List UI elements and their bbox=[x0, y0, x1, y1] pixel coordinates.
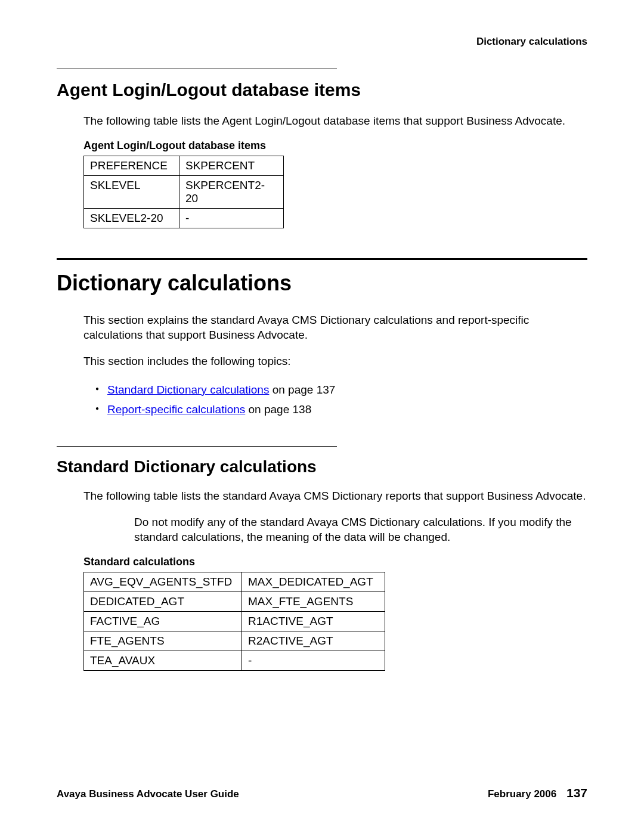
section-divider bbox=[57, 69, 337, 69]
standard-calculations-table: AVG_EQV_AGENTS_STFD MAX_DEDICATED_AGT DE… bbox=[83, 572, 385, 671]
table-cell: MAX_DEDICATED_AGT bbox=[242, 572, 385, 592]
link-suffix: on page 138 bbox=[245, 403, 311, 416]
table-cell: SKLEVEL bbox=[84, 175, 179, 208]
table-row: TEA_AVAUX - bbox=[84, 651, 385, 670]
footer-doc-title: Avaya Business Advocate User Guide bbox=[57, 788, 239, 800]
table-row: SKLEVEL SKPERCENT2-20 bbox=[84, 175, 284, 208]
table-cell: DEDICATED_AGT bbox=[84, 592, 242, 611]
table-cell: TEA_AVAUX bbox=[84, 651, 242, 670]
table-row: DEDICATED_AGT MAX_FTE_AGENTS bbox=[84, 592, 385, 611]
section-divider bbox=[57, 446, 337, 447]
link-suffix: on page 137 bbox=[269, 383, 335, 396]
table-cell: FTE_AGENTS bbox=[84, 631, 242, 651]
header-section-label: Dictionary calculations bbox=[57, 36, 587, 48]
table-row: AVG_EQV_AGENTS_STFD MAX_DEDICATED_AGT bbox=[84, 572, 385, 592]
section-intro: The following table lists the standard A… bbox=[83, 488, 587, 504]
section-heading: Agent Login/Logout database items bbox=[57, 80, 587, 100]
table-cell: SKPERCENT bbox=[179, 156, 284, 175]
link-report-specific[interactable]: Report-specific calculations bbox=[107, 403, 245, 416]
page-number: 137 bbox=[566, 786, 587, 800]
footer-date: February 2006 bbox=[488, 788, 556, 800]
table-cell: FACTIVE_AG bbox=[84, 611, 242, 631]
table-cell: R2ACTIVE_AGT bbox=[242, 631, 385, 651]
main-heading: Dictionary calculations bbox=[57, 271, 587, 296]
link-standard-dictionary[interactable]: Standard Dictionary calculations bbox=[107, 383, 269, 396]
section-intro: The following table lists the Agent Logi… bbox=[83, 113, 587, 129]
table-cell: AVG_EQV_AGENTS_STFD bbox=[84, 572, 242, 592]
table-row: FACTIVE_AG R1ACTIVE_AGT bbox=[84, 611, 385, 631]
table-cell: - bbox=[179, 208, 284, 228]
table-cell: - bbox=[242, 651, 385, 670]
topic-list: Standard Dictionary calculations on page… bbox=[95, 380, 587, 420]
section-intro: This section explains the standard Avaya… bbox=[83, 312, 587, 343]
table-cell: PREFERENCE bbox=[84, 156, 179, 175]
section-standard-dictionary: Standard Dictionary calculations The fol… bbox=[57, 446, 587, 671]
agent-login-logout-table: PREFERENCE SKPERCENT SKLEVEL SKPERCENT2-… bbox=[83, 156, 284, 228]
section-agent-login-logout: Agent Login/Logout database items The fo… bbox=[57, 69, 587, 228]
major-divider bbox=[57, 258, 587, 260]
table-title: Agent Login/Logout database items bbox=[83, 140, 587, 152]
footer: Avaya Business Advocate User Guide Febru… bbox=[57, 786, 587, 800]
section-note: Do not modify any of the standard Avaya … bbox=[134, 515, 587, 545]
table-container: Standard calculations AVG_EQV_AGENTS_STF… bbox=[83, 556, 587, 671]
table-title: Standard calculations bbox=[83, 556, 587, 568]
sub-heading: Standard Dictionary calculations bbox=[57, 457, 587, 476]
footer-right: February 2006 137 bbox=[488, 786, 587, 800]
table-cell: SKLEVEL2-20 bbox=[84, 208, 179, 228]
table-cell: MAX_FTE_AGENTS bbox=[242, 592, 385, 611]
list-item: Report-specific calculations on page 138 bbox=[95, 400, 587, 419]
topics-intro: This section includes the following topi… bbox=[83, 354, 587, 369]
table-cell: SKPERCENT2-20 bbox=[179, 175, 284, 208]
section-dictionary-calculations: Dictionary calculations This section exp… bbox=[57, 258, 587, 419]
table-container: Agent Login/Logout database items PREFER… bbox=[83, 140, 587, 228]
table-row: SKLEVEL2-20 - bbox=[84, 208, 284, 228]
table-cell: R1ACTIVE_AGT bbox=[242, 611, 385, 631]
table-row: PREFERENCE SKPERCENT bbox=[84, 156, 284, 175]
list-item: Standard Dictionary calculations on page… bbox=[95, 380, 587, 400]
table-row: FTE_AGENTS R2ACTIVE_AGT bbox=[84, 631, 385, 651]
